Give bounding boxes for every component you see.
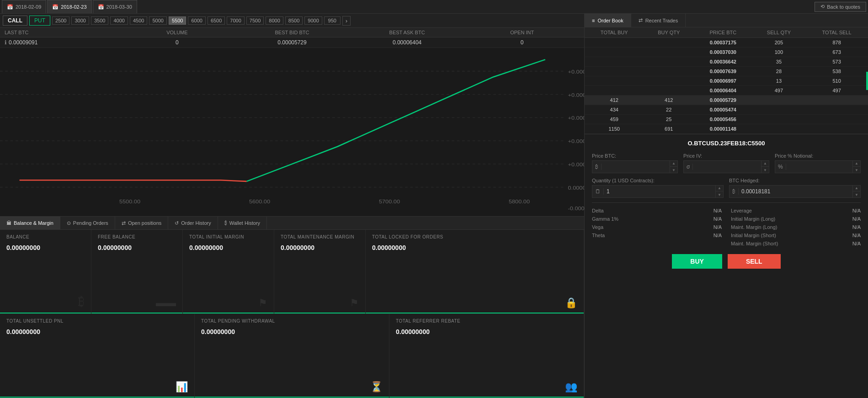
qty-group: Quantity (1 USD Contracts): 🗒 ▲ ▼ bbox=[592, 178, 724, 198]
ob-cell-2-3: 35 bbox=[752, 57, 806, 67]
strike-9000[interactable]: 9000 bbox=[304, 16, 322, 25]
balance-section: BALANCE 0.00000000 ₿ FREE BALANCE 0.0000… bbox=[0, 230, 584, 398]
strike-7000[interactable]: 7000 bbox=[227, 16, 244, 25]
back-to-quotes-button[interactable]: ⟲ Back to quotes bbox=[815, 2, 866, 12]
price-iv-down[interactable]: ▼ bbox=[761, 167, 769, 173]
col-buy-qty: BUY QTY bbox=[644, 27, 694, 38]
balance-icon: ₿ bbox=[78, 294, 85, 309]
strike-8000[interactable]: 8000 bbox=[266, 16, 283, 25]
qty-down[interactable]: ▼ bbox=[716, 191, 723, 198]
price-notional-spinners: ▲ ▼ bbox=[852, 160, 860, 173]
price-notional-up[interactable]: ▲ bbox=[853, 160, 860, 167]
strike-5500[interactable]: 5500 bbox=[169, 16, 186, 25]
strike-2500[interactable]: 2500 bbox=[52, 16, 69, 25]
ob-cell-1-1 bbox=[644, 48, 694, 57]
strike-950[interactable]: 950 bbox=[324, 16, 341, 25]
tab-wallet-history[interactable]: ₿ Wallet History bbox=[218, 217, 267, 229]
ob-cell-8-3 bbox=[752, 115, 806, 124]
greek-gamma: Gamma 1% N/A bbox=[592, 215, 722, 223]
tab-order-book[interactable]: ≡ Order Book bbox=[585, 14, 631, 27]
svg-text:+0.00001000: +0.00001000 bbox=[568, 69, 585, 74]
ob-row-1[interactable]: 0.00037030100673 bbox=[585, 48, 868, 57]
ob-row-5[interactable]: 0.00006404497497 bbox=[585, 86, 868, 96]
price-btc-prefix: ₿ bbox=[592, 164, 602, 170]
bottom-tabs: 🏛 Balance & Margin ⊙ Pending Orders ⇄ Op… bbox=[0, 216, 584, 230]
volume-cell: 0 bbox=[120, 39, 235, 46]
ob-row-8[interactable]: 459250.00005456 bbox=[585, 115, 868, 124]
strike-6500[interactable]: 6500 bbox=[208, 16, 225, 25]
strike-5000[interactable]: 5000 bbox=[149, 16, 166, 25]
strike-3000[interactable]: 3000 bbox=[71, 16, 89, 25]
ob-cell-3-0 bbox=[585, 67, 644, 76]
price-btc-input[interactable] bbox=[602, 164, 670, 170]
balance-card-free: FREE BALANCE 0.00000000 ▬▬ bbox=[91, 230, 183, 314]
qty-input[interactable] bbox=[604, 188, 715, 195]
ob-cell-5-2: 0.00006404 bbox=[694, 86, 752, 96]
price-iv-up[interactable]: ▲ bbox=[761, 160, 769, 167]
ob-row-3[interactable]: 0.0000763928538 bbox=[585, 67, 868, 76]
credit-card-icon: ▬▬ bbox=[156, 297, 176, 309]
ob-cell-4-4: 510 bbox=[805, 76, 868, 86]
strike-4000[interactable]: 4000 bbox=[110, 16, 128, 25]
btc-hedged-input[interactable] bbox=[739, 188, 852, 195]
ob-row-4[interactable]: 0.0000699713510 bbox=[585, 76, 868, 86]
separator bbox=[592, 202, 861, 203]
tab-2018-02-09[interactable]: 📅 2018-02-09 bbox=[2, 0, 46, 13]
greeks-left-col: Delta N/A Gamma 1% N/A Vega N/A Theta N/… bbox=[592, 207, 722, 248]
btc-hedged-spinners: ▲ ▼ bbox=[852, 185, 860, 198]
chart-svg: +0.00001000 +0.00000800 +0.00000600 +0.0… bbox=[0, 48, 584, 216]
price-iv-input[interactable] bbox=[693, 164, 761, 170]
tab-balance-margin[interactable]: 🏛 Balance & Margin bbox=[0, 217, 60, 229]
col-volume: VOLUME bbox=[120, 30, 235, 35]
btc-hedged-down[interactable]: ▼ bbox=[853, 191, 860, 198]
sell-button[interactable]: SELL bbox=[728, 254, 781, 269]
tab-2018-02-23[interactable]: 📅 2018-02-23 bbox=[47, 0, 91, 13]
ob-cell-2-2: 0.00036642 bbox=[694, 57, 752, 67]
ob-row-2[interactable]: 0.0003664235573 bbox=[585, 57, 868, 67]
price-notional-down[interactable]: ▼ bbox=[853, 167, 860, 173]
greek-initial-margin-long: Initial Margin (Long) N/A bbox=[731, 215, 861, 223]
price-btc-down[interactable]: ▼ bbox=[670, 167, 677, 173]
buy-button[interactable]: BUY bbox=[672, 254, 722, 269]
put-button[interactable]: PUT bbox=[29, 16, 50, 26]
greek-delta: Delta N/A bbox=[592, 207, 722, 215]
svg-text:+0.00000200: +0.00000200 bbox=[568, 162, 585, 168]
ob-row-7[interactable]: 434220.00005474 bbox=[585, 105, 868, 115]
tab-pending-orders[interactable]: ⊙ Pending Orders bbox=[60, 217, 115, 229]
qty-up[interactable]: ▲ bbox=[716, 185, 723, 191]
bank-icon: 🏛 bbox=[6, 220, 11, 226]
ob-row-0[interactable]: 0.00037175205878 bbox=[585, 38, 868, 48]
tab-recent-trades[interactable]: ⇄ Recent Trades bbox=[631, 14, 686, 27]
trading-form: O.BTCUSD.23FEB18:C5500 Price BTC: ₿ ▲ ▼ … bbox=[585, 134, 868, 398]
btc-hedged-up[interactable]: ▲ bbox=[853, 185, 860, 191]
svg-text:5800.00: 5800.00 bbox=[509, 199, 530, 205]
price-btc-group: Price BTC: ₿ ▲ ▼ bbox=[592, 153, 678, 173]
initial-margin-bar bbox=[183, 313, 274, 313]
strike-4500[interactable]: 4500 bbox=[130, 16, 147, 25]
strike-7500[interactable]: 7500 bbox=[246, 16, 264, 25]
strike-arrow-right[interactable]: › bbox=[342, 16, 351, 26]
svg-text:5600.00: 5600.00 bbox=[249, 199, 270, 205]
tab-open-positions[interactable]: ⇄ Open positions bbox=[115, 217, 168, 229]
info-icon[interactable]: ℹ bbox=[5, 39, 7, 46]
ob-row-6[interactable]: 4124120.00005729 bbox=[585, 96, 868, 105]
tab-2018-03-30[interactable]: 📅 2018-03-30 bbox=[93, 0, 137, 13]
order-book-wrapper: TOTAL BUY BUY QTY PRICE BTC SELL QTY TOT… bbox=[585, 27, 868, 134]
price-btc-up[interactable]: ▲ bbox=[670, 160, 677, 167]
price-iv-group: Price IV: σ ▲ ▼ bbox=[683, 153, 769, 173]
col-total-sell: TOTAL SELL bbox=[805, 27, 868, 38]
call-button[interactable]: CALL bbox=[3, 16, 27, 26]
strike-8500[interactable]: 8500 bbox=[285, 16, 303, 25]
strike-3500[interactable]: 3500 bbox=[91, 16, 108, 25]
col-price-btc: PRICE BTC bbox=[694, 27, 752, 38]
ob-cell-6-1: 412 bbox=[644, 96, 694, 105]
scrollbar-indicator[interactable] bbox=[866, 72, 868, 90]
strike-6000[interactable]: 6000 bbox=[188, 16, 205, 25]
ob-row-9[interactable]: 11506910.00001148 bbox=[585, 124, 868, 134]
tab-order-history[interactable]: ↺ Order History bbox=[168, 217, 218, 229]
market-data-row: ℹ 0.00009091 0 0.00005729 0.00006404 0 bbox=[0, 37, 584, 48]
left-panel: CALL PUT 2500 3000 3500 4000 4500 5000 5… bbox=[0, 14, 585, 398]
ob-cell-1-3: 100 bbox=[752, 48, 806, 57]
greeks-section: Delta N/A Gamma 1% N/A Vega N/A Theta N/… bbox=[592, 207, 861, 248]
price-notional-input[interactable] bbox=[786, 164, 852, 170]
